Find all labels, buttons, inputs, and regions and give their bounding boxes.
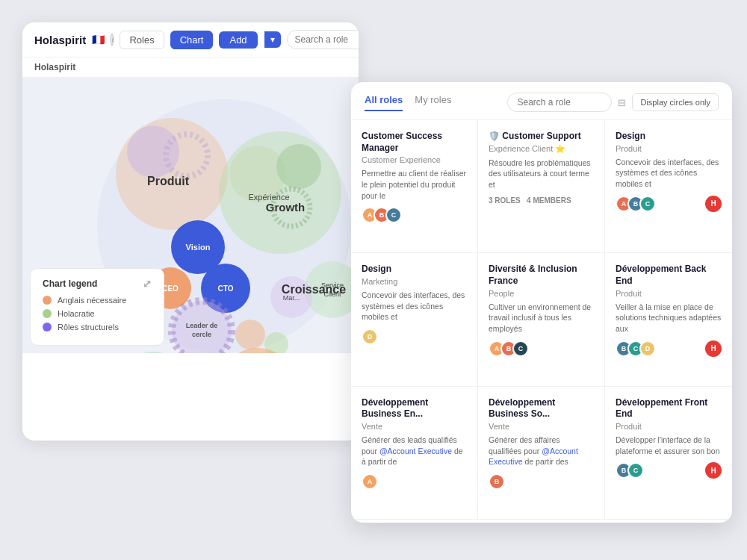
avatar: C: [512, 340, 529, 357]
display-circles-btn[interactable]: Display circles only: [632, 93, 719, 111]
role-avatars: B: [489, 473, 505, 490]
legend-item-1: Anglais nécessaire: [43, 296, 152, 305]
svg-point-24: [235, 320, 265, 349]
role-card-desc: Permettre au client de réaliser le plein…: [362, 168, 467, 201]
legend-dot-3: [43, 323, 52, 332]
add-dropdown-button[interactable]: ▾: [264, 31, 281, 48]
legend-expand-icon[interactable]: ⤢: [143, 278, 152, 290]
role-card[interactable]: Design Marketing Concevoir des interface…: [351, 253, 478, 386]
role-card-footer: B C H: [616, 462, 722, 479]
role-meta: 3 ROLES 4 MEMBERS: [489, 196, 571, 205]
role-card-circle: Marketing: [362, 277, 467, 286]
avatar: C: [639, 196, 656, 212]
role-card[interactable]: Diversité & Inclusion France People Cult…: [478, 253, 605, 386]
role-card-title: Diversité & Inclusion France: [489, 264, 594, 287]
avatar: B: [489, 473, 505, 490]
h-badge: H: [705, 340, 722, 357]
role-avatars: B C: [616, 462, 644, 479]
h-badge: H: [705, 462, 722, 479]
roles-grid: Customer Success Manager Customer Experi…: [351, 120, 732, 520]
svg-text:Vision: Vision: [186, 243, 211, 252]
svg-text:Leader de: Leader de: [186, 322, 218, 329]
role-card[interactable]: Design Produit Concevoir des interfaces,…: [605, 120, 732, 253]
roles-tab-btn[interactable]: Roles: [120, 31, 164, 49]
svg-text:Growth: Growth: [266, 201, 306, 214]
role-card-footer: A: [362, 473, 467, 490]
role-card[interactable]: Customer Success Manager Customer Experi…: [351, 120, 478, 253]
svg-point-6: [276, 144, 321, 189]
role-card-circle: People: [489, 289, 594, 298]
role-card-footer: B C D H: [616, 340, 722, 357]
info-icon[interactable]: i: [111, 34, 114, 46]
role-card-title: Développement Business So...: [489, 397, 594, 420]
role-avatars: A: [362, 473, 378, 490]
role-card-circle: Expérience Client ⭐: [489, 144, 594, 154]
role-card-circle: Produit: [616, 144, 722, 153]
role-card[interactable]: Développement Front End Produit Développ…: [605, 387, 732, 520]
role-avatars: A B C: [616, 196, 656, 212]
chart-legend: Chart legend ⤢ Anglais nécessaire Holacr…: [30, 268, 164, 346]
role-card-footer: 3 ROLES 4 MEMBERS: [489, 196, 594, 205]
svg-text:CTO: CTO: [218, 284, 234, 293]
role-card-circle: Produit: [616, 422, 722, 431]
role-card-title: Développement Back End: [616, 264, 722, 287]
role-avatars: B C D: [616, 340, 656, 357]
role-card-desc: Générer des leads qualifiés pour @Accoun…: [362, 435, 467, 467]
chart-search-input[interactable]: [287, 30, 359, 49]
role-card-desc: Développer l'interface de la plateforme …: [616, 435, 722, 456]
tab-all-roles[interactable]: All roles: [365, 94, 403, 111]
roles-search-input[interactable]: [507, 93, 612, 112]
role-card-desc: Résoudre les problématiques des utilisat…: [489, 158, 594, 190]
svg-text:CEO: CEO: [162, 284, 179, 293]
customer-support-icon: 🛡️: [489, 131, 502, 141]
h-badge: H: [705, 196, 722, 212]
role-avatars: A B C: [489, 340, 529, 357]
role-card[interactable]: Développement Business En... Vente Génér…: [351, 387, 478, 520]
roles-header: All roles My roles ⊟ Display circles onl…: [351, 82, 732, 120]
legend-item-2: Holacratie: [43, 309, 152, 318]
role-card-desc: Concevoir des interfaces, des systèmes e…: [616, 157, 722, 190]
role-card-circle: Vente: [362, 422, 467, 431]
role-card-title: 🛡️ Customer Support: [489, 131, 594, 143]
role-card-title: Design: [362, 264, 467, 276]
role-card-footer: A B C H: [616, 196, 722, 212]
role-card-circle: Vente: [489, 422, 594, 431]
role-card-desc: Concevoir des interfaces, des systèmes e…: [362, 290, 467, 323]
chart-panel: Holaspirit 🇫🇷 i Roles Chart Add ▾ ☰ Hola…: [22, 22, 359, 441]
role-card-title: Développement Business En...: [362, 397, 467, 420]
avatar: C: [385, 207, 402, 223]
legend-item-3: Rôles structurels: [43, 323, 152, 332]
add-button[interactable]: Add: [219, 31, 257, 49]
flag-icon: 🇫🇷: [92, 34, 105, 46]
role-card-desc: Veiller à la mise en place de solutions …: [616, 302, 722, 335]
role-avatars: A B C: [362, 207, 402, 223]
legend-title: Chart legend ⤢: [43, 278, 152, 290]
roles-search-area: ⊟ Display circles only: [507, 93, 719, 112]
role-card-circle: Customer Experience: [362, 155, 467, 164]
role-card-circle: Produit: [616, 289, 722, 298]
svg-text:cercle: cercle: [192, 331, 211, 338]
role-card-title: Customer Success Manager: [362, 131, 467, 154]
role-card[interactable]: Développement Business So... Vente Génér…: [478, 387, 605, 520]
account-executive-link[interactable]: @Account Executive: [379, 447, 452, 455]
avatar: A: [362, 473, 378, 490]
role-avatars: D: [362, 329, 378, 345]
role-card-footer: B: [489, 473, 594, 490]
role-card[interactable]: Développement Back End Produit Veiller à…: [605, 253, 732, 386]
role-card-desc: Cultiver un environnement de travail inc…: [489, 302, 594, 335]
brand-name: Holaspirit: [34, 34, 86, 46]
legend-dot-2: [43, 309, 52, 318]
roles-tabs: All roles My roles: [365, 94, 451, 111]
avatar: D: [639, 340, 656, 357]
role-card-title: Design: [616, 131, 722, 143]
role-card-footer: A B C: [489, 340, 594, 357]
filter-icon[interactable]: ⊟: [618, 97, 626, 108]
svg-text:Produit: Produit: [147, 175, 190, 187]
legend-dot-1: [43, 296, 52, 305]
role-card-desc: Générer des affaires qualifiées pour @Ac…: [489, 435, 594, 467]
tab-my-roles[interactable]: My roles: [415, 94, 451, 111]
role-card[interactable]: 🛡️ Customer Support Expérience Client ⭐ …: [478, 120, 605, 253]
role-card-footer: D: [362, 329, 467, 345]
account-executive-link[interactable]: @Account Executive: [489, 447, 578, 467]
chart-tab-btn[interactable]: Chart: [170, 31, 214, 49]
